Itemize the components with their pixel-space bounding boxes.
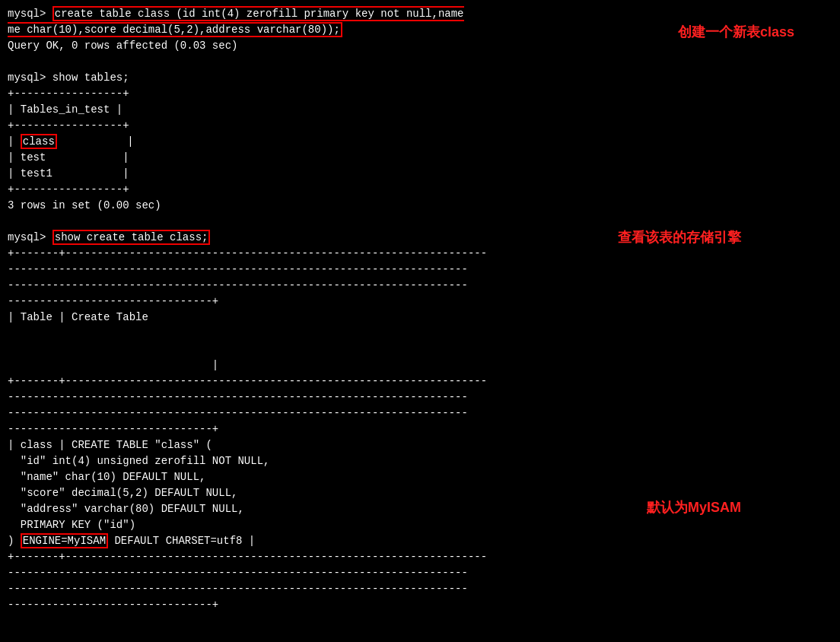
line-empty-4 — [8, 342, 832, 358]
line-dash-9: +-------+-------------------------------… — [8, 549, 832, 565]
annotation-default-engine: 默认为MyISAM — [647, 498, 741, 516]
line-dash-7: ----------------------------------------… — [8, 405, 832, 421]
line-dash-3: ----------------------------------------… — [8, 278, 832, 294]
line-id-field: "id" int(4) unsigned zerofill NOT NULL, — [8, 453, 832, 469]
line-rows-in-set: 3 rows in set (0.00 sec) — [8, 198, 832, 214]
line-dash-11: ----------------------------------------… — [8, 581, 832, 597]
line-dash-2: ----------------------------------------… — [8, 262, 832, 278]
line-empty-1 — [8, 54, 832, 70]
line-table-border-1: +-----------------+ — [8, 86, 832, 102]
line-dash-1: +-------+-------------------------------… — [8, 246, 832, 262]
line-dash-12: --------------------------------+ — [8, 597, 832, 613]
line-empty-3 — [8, 326, 832, 342]
line-table-border-3: +-----------------+ — [8, 182, 832, 198]
line-test-row: | test | — [8, 150, 832, 166]
line-empty-2 — [8, 214, 832, 230]
line-primary-key: PRIMARY KEY ("id") — [8, 517, 832, 533]
line-dash-4: --------------------------------+ — [8, 294, 832, 310]
line-dash-5: +-------+-------------------------------… — [8, 373, 832, 389]
line-table-border-2: +-----------------+ — [8, 118, 832, 134]
annotation-show-engine: 查看该表的存储引擎 — [618, 228, 741, 246]
line-show-tables: mysql> show tables; — [8, 70, 832, 86]
terminal-window: 创建一个新表class 查看该表的存储引擎 默认为MyISAM mysql> c… — [0, 0, 840, 619]
line-name-field: "name" char(10) DEFAULT NULL, — [8, 469, 832, 485]
line-engine: ) ENGINE=MyISAM DEFAULT CHARSET=utf8 | — [8, 533, 832, 549]
line-create-table-class: | class | CREATE TABLE "class" ( — [8, 437, 832, 453]
line-dash-8: --------------------------------+ — [8, 421, 832, 437]
line-pipe: | — [8, 358, 832, 373]
line-create-table-header: | Table | Create Table — [8, 310, 832, 326]
line-table-header: | Tables_in_test | — [8, 102, 832, 118]
line-test1-row: | test1 | — [8, 166, 832, 182]
line-dash-10: ----------------------------------------… — [8, 565, 832, 581]
annotation-create-table: 创建一个新表class — [678, 23, 794, 41]
line-dash-6: ----------------------------------------… — [8, 389, 832, 405]
line-class-row: | class | — [8, 134, 832, 150]
